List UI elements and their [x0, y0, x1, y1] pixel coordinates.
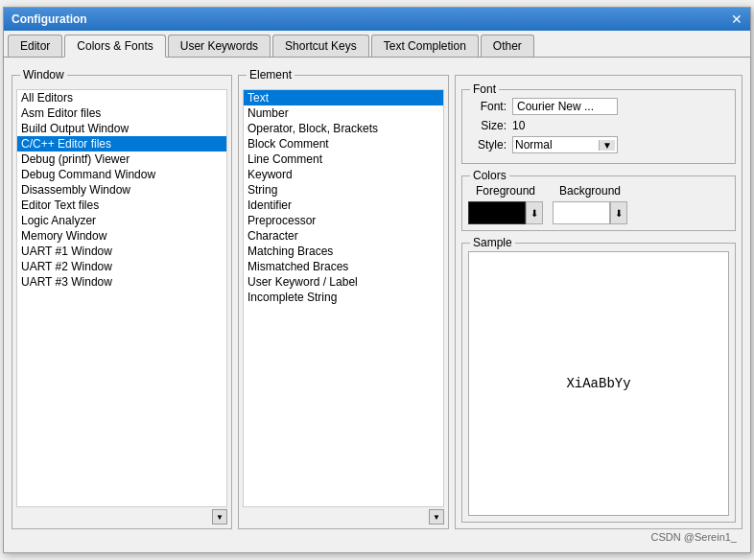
element-panel: Element TextNumberOperator, Block, Brack… — [238, 75, 449, 529]
tab-text-completion[interactable]: Text Completion — [371, 35, 479, 57]
window-list-item-uart1[interactable]: UART #1 Window — [17, 244, 226, 259]
colors-row: Foreground ⬇ Background ⬇ — [468, 184, 729, 224]
font-section: Font Font: Courier New ... Size: 10 Styl… — [461, 89, 736, 164]
font-colors-panel: Font Font: Courier New ... Size: 10 Styl… — [455, 75, 742, 529]
sample-text-box: XiAaBbYy — [468, 251, 729, 516]
title-bar: Configuration ✕ — [4, 8, 750, 31]
element-scroll-down[interactable]: ▼ — [429, 509, 444, 525]
element-list-item-string[interactable]: String — [244, 182, 443, 198]
element-list-item-text[interactable]: Text — [244, 90, 443, 105]
window-list-item-uart2[interactable]: UART #2 Window — [17, 259, 226, 274]
window-list-item-disassembly[interactable]: Disassembly Window — [17, 182, 226, 198]
foreground-label: Foreground — [476, 184, 535, 198]
element-list-item-character[interactable]: Character — [244, 228, 443, 244]
background-color-btn[interactable]: ⬇ — [610, 201, 627, 224]
sample-section-label: Sample — [470, 236, 515, 249]
window-list-item-debug-printf[interactable]: Debug (printf) Viewer — [17, 152, 226, 167]
element-list-item-mismatched-braces[interactable]: Mismatched Braces — [244, 259, 443, 274]
window-list-item-build-output[interactable]: Build Output Window — [17, 121, 226, 136]
element-list[interactable]: TextNumberOperator, Block, BracketsBlock… — [243, 89, 444, 507]
element-list-item-block-comment[interactable]: Block Comment — [244, 136, 443, 152]
font-size-row: Size: 10 — [468, 119, 729, 132]
colors-section-label: Colors — [470, 169, 509, 182]
window-list-item-editor-text[interactable]: Editor Text files — [17, 198, 226, 213]
dialog-title: Configuration — [12, 12, 87, 26]
element-list-item-identifier[interactable]: Identifier — [244, 198, 443, 213]
close-button[interactable]: ✕ — [731, 12, 742, 26]
element-list-item-keyword[interactable]: Keyword — [244, 167, 443, 182]
foreground-color-btn[interactable]: ⬇ — [526, 201, 543, 224]
window-list-item-uart3[interactable]: UART #3 Window — [17, 274, 226, 290]
dropdown-arrow-icon[interactable]: ▼ — [599, 140, 615, 151]
element-list-item-user-keyword[interactable]: User Keyword / Label — [244, 274, 443, 290]
window-list-item-debug-command[interactable]: Debug Command Window — [17, 167, 226, 182]
element-list-item-number[interactable]: Number — [244, 105, 443, 121]
background-label: Background — [559, 184, 621, 198]
tab-editor[interactable]: Editor — [8, 35, 62, 57]
tabs-container: Editor Colors & Fonts User Keywords Shor… — [4, 31, 750, 58]
window-panel: Window All EditorsAsm Editor filesBuild … — [12, 75, 232, 529]
colors-section: Colors Foreground ⬇ Background — [461, 175, 736, 231]
window-list[interactable]: All EditorsAsm Editor filesBuild Output … — [16, 89, 227, 507]
window-scroll-down[interactable]: ▼ — [212, 509, 227, 525]
background-swatch-row: ⬇ — [553, 201, 627, 224]
element-list-item-operator[interactable]: Operator, Block, Brackets — [244, 121, 443, 136]
font-size-label: Size: — [468, 119, 507, 132]
font-size-value: 10 — [512, 119, 729, 132]
tab-colors-fonts[interactable]: Colors & Fonts — [64, 35, 165, 58]
window-list-item-memory-window[interactable]: Memory Window — [17, 228, 226, 244]
sample-section: Sample XiAaBbYy — [461, 243, 736, 523]
element-list-item-matching-braces[interactable]: Matching Braces — [244, 244, 443, 259]
panels-row: Window All EditorsAsm Editor filesBuild … — [12, 65, 742, 529]
font-name-value[interactable]: Courier New ... — [512, 98, 618, 115]
font-style-value: Normal — [515, 138, 553, 152]
window-list-item-asm-editor[interactable]: Asm Editor files — [17, 105, 226, 121]
content-area: Window All EditorsAsm Editor filesBuild … — [4, 58, 750, 552]
font-section-label: Font — [470, 82, 499, 96]
font-name-row: Font: Courier New ... — [468, 98, 729, 115]
font-style-select[interactable]: Normal ▼ — [512, 136, 618, 153]
background-swatch[interactable] — [553, 201, 610, 224]
element-list-item-line-comment[interactable]: Line Comment — [244, 152, 443, 167]
foreground-swatch-row: ⬇ — [468, 201, 543, 224]
tab-other[interactable]: Other — [481, 35, 534, 57]
foreground-col: Foreground ⬇ — [468, 184, 543, 224]
sample-text: XiAaBbYy — [566, 376, 630, 391]
element-list-item-incomplete-string[interactable]: Incomplete String — [244, 290, 443, 305]
font-style-row: Style: Normal ▼ — [468, 136, 729, 153]
tab-shortcut-keys[interactable]: Shortcut Keys — [272, 35, 369, 57]
window-list-item-cpp-editor[interactable]: C/C++ Editor files — [17, 136, 226, 152]
window-panel-label: Window — [20, 68, 67, 82]
foreground-swatch[interactable] — [468, 201, 526, 224]
window-list-item-all-editors[interactable]: All Editors — [17, 90, 226, 105]
window-list-item-logic-analyzer[interactable]: Logic Analyzer — [17, 213, 226, 228]
font-name-label: Font: — [468, 100, 507, 113]
footer: CSDN @Serein1_ — [12, 529, 742, 545]
element-list-item-preprocessor[interactable]: Preprocessor — [244, 213, 443, 228]
tab-user-keywords[interactable]: User Keywords — [168, 35, 271, 57]
background-col: Background ⬇ — [553, 184, 627, 224]
configuration-dialog: Configuration ✕ Editor Colors & Fonts Us… — [3, 7, 751, 553]
element-panel-label: Element — [247, 68, 295, 82]
font-style-label: Style: — [468, 138, 507, 152]
